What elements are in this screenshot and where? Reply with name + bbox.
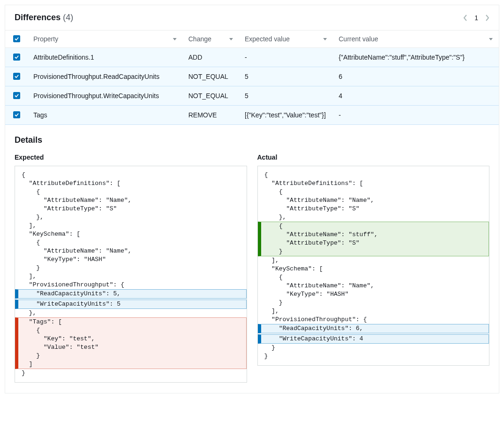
code-line: "AttributeName": "Name", <box>15 196 247 205</box>
cell-current: - <box>333 106 499 125</box>
select-all-checkbox[interactable] <box>13 35 20 42</box>
code-line: "KeyType": "HASH" <box>258 290 489 299</box>
diff-highlight-blue: "WriteCapacityUnits": 4 <box>258 334 489 344</box>
code-line: "WriteCapacityUnits": 4 <box>261 335 489 343</box>
cell-current: 6 <box>333 67 499 86</box>
code-line: "AttributeName": "Name", <box>258 282 489 290</box>
code-line: { <box>15 171 247 179</box>
code-line: "Value": "test" <box>18 343 246 352</box>
code-line: "AttributeType": "S" <box>258 205 489 213</box>
details-row: Expected { "AttributeDefinitions": [ { "… <box>5 154 499 393</box>
code-line: "AttributeName": "stuff", <box>261 231 489 239</box>
code-line: "KeySchema": [ <box>258 265 489 273</box>
diff-highlight-blue: "ReadCapacityUnits": 5, <box>15 289 247 299</box>
code-line: ], <box>258 256 489 265</box>
code-line: { <box>258 273 489 282</box>
code-line: "AttributeDefinitions": [ <box>258 179 489 188</box>
differences-panel: Differences (4) 1 <box>5 5 499 393</box>
code-line: } <box>261 247 489 256</box>
code-line: "ProvisionedThroughput": { <box>258 316 489 324</box>
col-expected[interactable]: Expected value <box>239 31 333 48</box>
code-line: "KeyType": "HASH" <box>15 255 247 264</box>
sort-icon <box>172 35 177 43</box>
title-text: Differences <box>15 13 61 22</box>
code-line: "Tags": [ <box>18 318 246 326</box>
code-line: }, <box>15 309 247 317</box>
actual-label: Actual <box>257 154 490 161</box>
code-line: { <box>15 188 247 196</box>
diff-highlight-red: "Tags": [ { "Key": "test", "Value": "tes… <box>15 317 247 369</box>
chevron-right-icon[interactable] <box>485 14 489 22</box>
panel-header: Differences (4) 1 <box>5 5 499 31</box>
code-line: "ProvisionedThroughput": { <box>15 281 247 289</box>
code-line: "AttributeName": "Name", <box>258 196 489 205</box>
actual-column: Actual { "AttributeDefinitions": [ { "At… <box>257 154 490 383</box>
cell-expected: - <box>239 48 333 67</box>
col-current[interactable]: Current value <box>333 31 499 48</box>
code-line: }, <box>258 213 489 222</box>
code-line: }, <box>15 213 247 222</box>
code-line: } <box>18 352 246 360</box>
code-line: "Key": "test", <box>18 335 246 343</box>
code-line: "KeySchema": [ <box>15 230 247 239</box>
panel-title: Differences (4) <box>15 13 73 23</box>
row-checkbox[interactable] <box>13 111 20 118</box>
cell-change: ADD <box>183 48 239 67</box>
code-line: "ReadCapacityUnits": 5, <box>18 290 246 298</box>
code-line: "AttributeType": "S" <box>261 239 489 247</box>
code-line: ], <box>258 307 489 316</box>
sort-icon <box>323 35 327 43</box>
actual-code: { "AttributeDefinitions": [ { "Attribute… <box>257 166 490 366</box>
diff-highlight-green: { "AttributeName": "stuff", "AttributeTy… <box>258 222 489 256</box>
code-line: "ReadCapacityUnits": 6, <box>261 324 489 333</box>
table-body: AttributeDefinitions.1ADD-{"AttributeNam… <box>5 48 499 125</box>
sort-icon <box>488 35 493 43</box>
cell-change: NOT_EQUAL <box>183 86 239 106</box>
cell-property: Tags <box>28 106 183 125</box>
code-line: ], <box>15 222 247 230</box>
pager-page: 1 <box>474 14 478 22</box>
code-line: { <box>261 222 489 231</box>
table-row[interactable]: ProvisionedThroughput.WriteCapacityUnits… <box>5 86 499 106</box>
cell-expected: 5 <box>239 86 333 106</box>
expected-column: Expected { "AttributeDefinitions": [ { "… <box>15 154 247 383</box>
details-title: Details <box>5 125 499 154</box>
code-line: } <box>15 369 247 377</box>
code-line: "AttributeDefinitions": [ <box>15 179 247 188</box>
row-checkbox[interactable] <box>13 92 20 99</box>
code-line: { <box>18 326 246 335</box>
row-checkbox[interactable] <box>13 73 20 80</box>
pager: 1 <box>463 14 489 22</box>
table-row[interactable]: AttributeDefinitions.1ADD-{"AttributeNam… <box>5 48 499 67</box>
expected-code: { "AttributeDefinitions": [ { "Attribute… <box>15 166 247 383</box>
code-line: "AttributeName": "Name", <box>15 247 247 255</box>
code-line: } <box>15 264 247 272</box>
code-line: } <box>258 344 489 352</box>
cell-property: AttributeDefinitions.1 <box>28 48 183 67</box>
col-change[interactable]: Change <box>183 31 239 48</box>
code-line: } <box>258 352 489 361</box>
cell-change: NOT_EQUAL <box>183 67 239 86</box>
code-line: "AttributeType": "S" <box>15 205 247 213</box>
col-property[interactable]: Property <box>28 31 183 48</box>
code-line: { <box>258 188 489 196</box>
expected-label: Expected <box>15 154 247 161</box>
sort-icon <box>229 35 233 43</box>
diff-highlight-blue: "WriteCapacityUnits": 5 <box>15 300 247 309</box>
code-line: ], <box>15 272 247 281</box>
cell-expected: 5 <box>239 67 333 86</box>
table-row[interactable]: ProvisionedThroughput.ReadCapacityUnitsN… <box>5 67 499 86</box>
code-line: "WriteCapacityUnits": 5 <box>18 300 246 308</box>
differences-table: Property Change Expected value Current v… <box>5 31 499 125</box>
table-row[interactable]: TagsREMOVE[{"Key":"test","Value":"test"}… <box>5 106 499 125</box>
cell-property: ProvisionedThroughput.ReadCapacityUnits <box>28 67 183 86</box>
row-checkbox[interactable] <box>13 54 20 61</box>
chevron-left-icon[interactable] <box>463 14 468 22</box>
diff-highlight-blue: "ReadCapacityUnits": 6, <box>258 324 489 333</box>
cell-current: 4 <box>333 86 499 106</box>
code-line: { <box>258 171 489 179</box>
cell-expected: [{"Key":"test","Value":"test"}] <box>239 106 333 125</box>
cell-change: REMOVE <box>183 106 239 125</box>
code-line: ] <box>18 360 246 369</box>
code-line: } <box>258 299 489 307</box>
